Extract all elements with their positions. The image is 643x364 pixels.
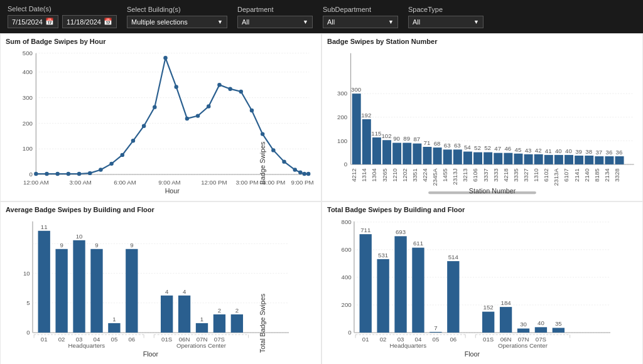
department-label: Department (237, 6, 313, 13)
svg-rect-214 (447, 261, 459, 333)
svg-point-29 (99, 168, 102, 171)
svg-text:100: 100 (337, 137, 347, 144)
svg-text:52: 52 (484, 144, 491, 151)
date-start-input[interactable]: 7/15/2024 📅 (8, 15, 58, 28)
svg-point-23 (34, 172, 38, 176)
svg-rect-232 (500, 307, 512, 333)
svg-rect-209 (360, 234, 372, 333)
svg-text:38: 38 (585, 148, 592, 155)
svg-text:12:00 PM: 12:00 PM (201, 179, 227, 186)
svg-rect-84 (575, 156, 583, 164)
chevron-down-icon-4: ▼ (473, 19, 479, 25)
svg-text:1310: 1310 (532, 168, 539, 181)
svg-text:9: 9 (130, 242, 133, 249)
svg-text:3:00 PM: 3:00 PM (235, 179, 258, 186)
svg-text:Floor: Floor (143, 350, 159, 358)
subdepartment-section: SubDepartment All ▼ (323, 6, 398, 28)
chevron-down-icon-2: ▼ (303, 19, 308, 25)
svg-text:9:00 PM: 9:00 PM (291, 179, 314, 186)
svg-text:693: 693 (396, 228, 406, 235)
svg-text:40: 40 (555, 147, 562, 154)
svg-text:89: 89 (403, 135, 410, 142)
svg-text:9: 9 (60, 242, 63, 249)
svg-text:1: 1 (200, 316, 203, 323)
date-end-input[interactable]: 11/18/2024 📅 (62, 15, 117, 28)
svg-text:06: 06 (128, 336, 135, 343)
svg-text:600: 600 (342, 246, 352, 253)
svg-point-32 (131, 139, 135, 142)
department-select[interactable]: All ▼ (237, 16, 313, 28)
svg-point-45 (271, 148, 275, 152)
svg-text:45: 45 (515, 146, 522, 153)
buildings-section: Select Building(s) Multiple selections ▼ (127, 6, 227, 28)
svg-text:02: 02 (380, 336, 387, 343)
spacetype-select[interactable]: All ▼ (408, 16, 484, 28)
svg-text:4: 4 (183, 288, 186, 295)
svg-text:200: 200 (337, 114, 347, 120)
subdepartment-select[interactable]: All ▼ (323, 16, 398, 28)
svg-text:1210: 1210 (391, 168, 398, 181)
department-section: Department All ▼ (237, 6, 313, 28)
svg-text:3337: 3337 (482, 168, 489, 181)
svg-text:40: 40 (538, 319, 544, 326)
svg-text:10: 10 (23, 270, 30, 277)
svg-point-37 (185, 117, 189, 120)
svg-text:531: 531 (378, 252, 388, 259)
svg-rect-210 (377, 259, 389, 333)
svg-text:01: 01 (41, 336, 48, 343)
svg-rect-83 (565, 155, 573, 164)
svg-rect-212 (412, 248, 424, 333)
svg-point-50 (306, 172, 310, 176)
svg-text:Station Number: Station Number (469, 187, 516, 195)
svg-text:300: 300 (337, 90, 347, 97)
svg-rect-82 (554, 155, 563, 164)
svg-text:46: 46 (504, 145, 511, 152)
svg-text:3333: 3333 (492, 168, 499, 181)
svg-rect-81 (544, 155, 553, 164)
svg-text:36: 36 (606, 149, 613, 156)
svg-text:63: 63 (444, 142, 451, 149)
svg-point-30 (109, 162, 113, 166)
svg-point-41 (228, 87, 232, 90)
svg-text:2345A: 2345A (431, 168, 438, 186)
buildings-select[interactable]: Multiple selections ▼ (127, 16, 227, 28)
svg-point-38 (196, 114, 200, 117)
svg-rect-75 (484, 153, 492, 164)
svg-rect-76 (494, 153, 502, 164)
svg-text:4: 4 (165, 288, 169, 295)
svg-text:300: 300 (351, 86, 361, 93)
svg-rect-72 (453, 149, 462, 164)
svg-text:514: 514 (448, 254, 459, 260)
svg-rect-159 (108, 323, 120, 333)
svg-rect-66 (392, 143, 401, 164)
svg-rect-158 (90, 249, 102, 333)
station-chart-svg: Badge Swipes 0 100 200 300 (327, 46, 637, 195)
spacetype-section: SpaceType All ▼ (408, 6, 484, 28)
svg-text:39: 39 (575, 148, 582, 155)
svg-text:8185: 8185 (593, 168, 600, 181)
svg-text:Hour: Hour (165, 187, 180, 195)
svg-text:1304: 1304 (370, 168, 377, 182)
spacetype-label: SpaceType (408, 6, 484, 13)
svg-text:47: 47 (494, 145, 501, 152)
svg-text:6106: 6106 (472, 168, 478, 181)
svg-rect-79 (524, 154, 533, 164)
svg-point-35 (163, 56, 167, 60)
svg-rect-157 (73, 240, 85, 333)
total-chart-svg: Total Badge Swipes 0 200 400 600 800 (327, 215, 637, 363)
svg-point-47 (293, 168, 296, 171)
svg-rect-179 (196, 323, 208, 333)
svg-point-24 (45, 172, 48, 176)
svg-text:102: 102 (381, 132, 391, 139)
svg-text:5: 5 (26, 299, 30, 306)
svg-rect-155 (38, 231, 50, 333)
line-chart-title: Sum of Badge Swipes by Hour (6, 38, 316, 45)
svg-point-26 (67, 172, 70, 176)
svg-rect-62 (352, 94, 361, 164)
svg-text:6102: 6102 (543, 168, 549, 181)
svg-text:1202: 1202 (401, 168, 408, 181)
svg-text:12:00 AM: 12:00 AM (23, 179, 49, 186)
svg-text:3328: 3328 (613, 168, 620, 181)
svg-text:0: 0 (26, 329, 30, 336)
svg-text:05: 05 (433, 336, 440, 343)
